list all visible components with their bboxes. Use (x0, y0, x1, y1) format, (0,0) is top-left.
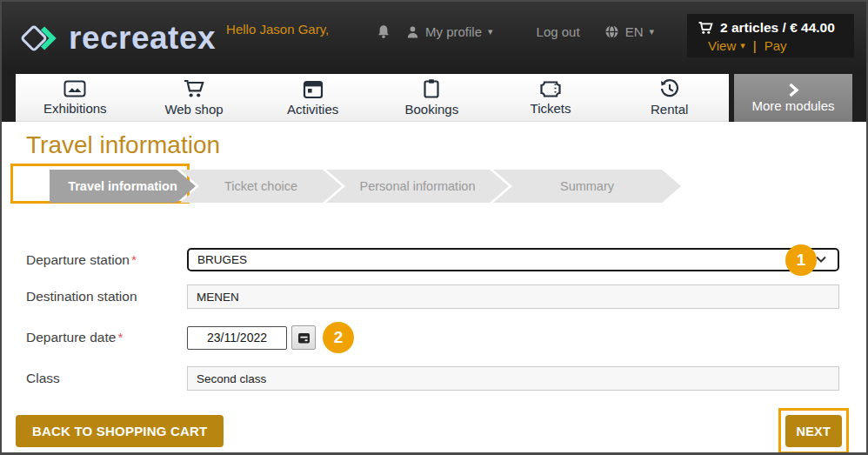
departure-station-value: BRUGES (197, 253, 247, 266)
nav-item-label: Activities (287, 102, 338, 117)
form-row-destination-station: Destination station MENEN (26, 284, 849, 309)
form-row-class: Class Second class (26, 366, 849, 391)
back-to-shopping-cart-button[interactable]: BACK TO SHOPPING CART (16, 415, 224, 447)
required-marker: * (117, 330, 123, 345)
main-content: Travel information Travel information Ti… (2, 130, 866, 454)
label-text: Departure date (26, 330, 116, 345)
app-window: recreatex Hello Jason Gary, My profile (0, 0, 868, 455)
header: recreatex Hello Jason Gary, My profile (2, 2, 866, 74)
module-nav: Exhibitions Web shop Activities (2, 74, 866, 122)
chevron-down-icon: ▾ (488, 26, 493, 37)
language-menu[interactable]: EN ▾ (604, 24, 654, 39)
step-summary: Summary (493, 170, 681, 203)
cart-view-label: View (708, 38, 736, 53)
logo-text: recreatex (69, 22, 216, 54)
header-menu: My profile ▾ Log out EN ▾ (377, 7, 854, 57)
step-ticket-choice: Ticket choice (180, 170, 342, 203)
nav-item-bookings[interactable]: Bookings (372, 74, 491, 121)
ticket-icon (539, 80, 562, 98)
log-out-link[interactable]: Log out (537, 24, 580, 39)
nav-item-tickets[interactable]: Tickets (491, 74, 611, 121)
destination-station-value: MENEN (187, 284, 839, 309)
form-row-departure-station: Departure station* BRUGES 1 (26, 248, 849, 271)
logo[interactable]: recreatex (21, 22, 216, 55)
nav-item-label: Rental (651, 102, 688, 117)
image-icon (63, 79, 86, 98)
calendar-picker-button[interactable] (291, 325, 316, 350)
chevron-down-icon: ▾ (649, 26, 654, 37)
calendar-icon (303, 79, 324, 99)
annotation-badge-1: 1 (785, 244, 817, 276)
travel-form: Departure station* BRUGES 1 Destination … (26, 248, 849, 391)
departure-station-label: Departure station* (26, 252, 187, 268)
cart-summary-box: 2 articles / € 44.00 View ▾ | Pay (687, 14, 854, 57)
label-text: Departure station (26, 252, 130, 267)
chevron-down-icon: ▾ (740, 40, 745, 51)
chevron-right-icon (785, 83, 801, 97)
globe-icon (604, 24, 619, 39)
annotation-badge-2: 2 (323, 322, 354, 353)
cart-icon (183, 78, 205, 99)
wizard-steps: Travel information Ticket choice Persona… (26, 170, 849, 203)
module-nav-bar: Exhibitions Web shop Activities (16, 74, 729, 122)
departure-station-field: BRUGES 1 (187, 248, 839, 271)
step-personal-information: Personal information (326, 170, 509, 203)
cart-summary-text: 2 articles / € 44.00 (720, 20, 835, 36)
clipboard-icon (421, 78, 442, 99)
nav-item-exhibitions[interactable]: Exhibitions (16, 74, 135, 121)
annotation-next-highlight: NEXT (778, 408, 849, 454)
nav-item-label: Tickets (531, 101, 571, 116)
divider: | (753, 38, 757, 53)
required-marker: * (131, 252, 137, 267)
my-profile-label: My profile (425, 24, 482, 39)
chevron-down-icon (815, 256, 827, 264)
nav-item-label: Web shop (164, 102, 223, 117)
class-label: Class (26, 371, 187, 386)
nav-item-rental[interactable]: Rental (610, 74, 729, 121)
cart-summary[interactable]: 2 articles / € 44.00 (698, 20, 835, 36)
form-actions: BACK TO SHOPPING CART NEXT (16, 408, 849, 454)
my-profile-menu[interactable]: My profile ▾ (406, 24, 493, 39)
departure-date-input[interactable] (187, 326, 287, 350)
cart-pay-button[interactable]: Pay (765, 38, 787, 53)
logo-diamond-icon (21, 22, 61, 55)
form-row-departure-date: Departure date* 2 (26, 322, 849, 353)
history-clock-icon (659, 78, 680, 99)
user-icon (406, 25, 419, 39)
nav-item-label: Bookings (404, 102, 458, 117)
more-modules-button[interactable]: More modules (734, 74, 852, 122)
cart-icon (698, 21, 713, 35)
calendar-icon (297, 331, 311, 345)
notifications-bell-icon[interactable] (377, 24, 391, 39)
departure-station-select[interactable]: BRUGES (187, 248, 839, 271)
header-right: My profile ▾ Log out EN ▾ (377, 2, 854, 74)
nav-item-activities[interactable]: Activities (253, 74, 372, 121)
cart-view-button[interactable]: View ▾ (708, 38, 745, 53)
language-label: EN (625, 24, 644, 39)
destination-station-label: Destination station (26, 289, 187, 304)
departure-date-label: Departure date* (26, 330, 187, 345)
page-title: Travel information (26, 130, 849, 159)
cart-actions: View ▾ | Pay (698, 38, 787, 53)
next-button[interactable]: NEXT (785, 415, 842, 447)
class-value: Second class (187, 366, 839, 391)
more-modules-label: More modules (751, 98, 834, 113)
nav-item-web-shop[interactable]: Web shop (135, 74, 254, 121)
step-travel-information[interactable]: Travel information (50, 170, 196, 203)
greeting-text: Hello Jason Gary, (226, 22, 329, 37)
nav-item-label: Exhibitions (43, 101, 107, 116)
